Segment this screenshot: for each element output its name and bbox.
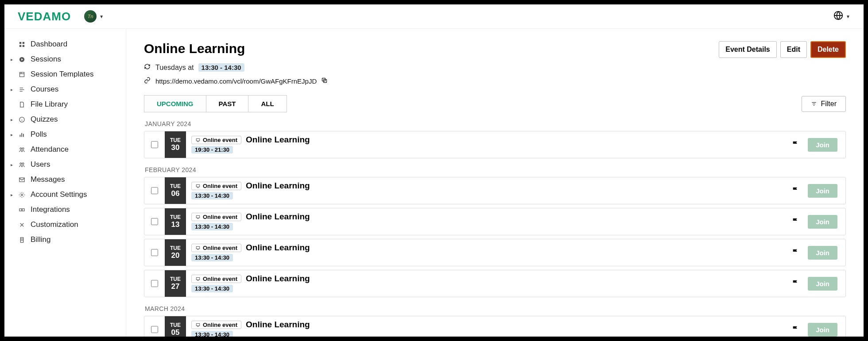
svg-rect-9 [19, 134, 20, 137]
content: Online Learning Event Details Edit Delet… [126, 29, 864, 337]
sidebar-item-attendance[interactable]: Attendance [4, 142, 126, 157]
flag-icon[interactable] [792, 248, 799, 257]
sidebar: Dashboard▸SessionsSession Templates▸Cour… [4, 29, 126, 337]
svg-rect-18 [19, 209, 21, 211]
nav-icon [18, 176, 26, 183]
flag-icon[interactable] [792, 325, 799, 334]
event-checkbox[interactable] [151, 141, 158, 148]
sidebar-item-label: Customization [31, 220, 78, 229]
sidebar-item-dashboard[interactable]: Dashboard [4, 37, 126, 52]
sidebar-item-label: Quizzes [31, 115, 58, 124]
event-row: TUE20Online event13:30 - 14:30Online Lea… [144, 239, 846, 266]
topbar: VEDAMO Tn ▼ ▼ [4, 4, 864, 29]
join-button[interactable]: Join [808, 246, 837, 260]
nav-icon [18, 161, 26, 168]
svg-point-12 [20, 148, 22, 149]
sidebar-item-messages[interactable]: Messages [4, 172, 126, 187]
svg-rect-1 [19, 42, 21, 43]
online-badge: Online event [191, 182, 241, 190]
sidebar-item-courses[interactable]: ▸Courses [4, 82, 126, 97]
sidebar-item-label: Billing [31, 235, 50, 244]
join-button[interactable]: Join [808, 277, 837, 291]
sidebar-item-label: Polls [31, 130, 47, 139]
svg-rect-4 [22, 45, 24, 46]
event-date: TUE20 [165, 239, 186, 266]
user-menu[interactable]: Tn ▼ [84, 10, 104, 23]
sidebar-item-label: Account Settings [31, 190, 87, 199]
nav-icon [18, 207, 26, 213]
event-time: 13:30 - 14:30 [191, 192, 233, 199]
flag-icon[interactable] [792, 217, 799, 226]
svg-rect-11 [23, 134, 24, 137]
sidebar-item-session-templates[interactable]: Session Templates [4, 67, 126, 82]
month-label: MARCH 2024 [145, 305, 846, 312]
filter-icon [811, 101, 817, 107]
svg-rect-25 [196, 246, 200, 249]
flag-icon[interactable] [792, 140, 799, 149]
sidebar-item-label: Sessions [31, 55, 61, 64]
event-checkbox[interactable] [151, 218, 158, 225]
sidebar-item-users[interactable]: ▸Users [4, 157, 126, 172]
nav-icon [18, 116, 26, 123]
language-menu[interactable]: ▼ [833, 11, 850, 22]
copy-icon[interactable] [321, 77, 328, 85]
event-details-button[interactable]: Event Details [719, 41, 776, 58]
avatar: Tn [84, 10, 97, 23]
svg-rect-2 [22, 42, 24, 43]
sidebar-item-sessions[interactable]: ▸Sessions [4, 52, 126, 67]
chevron-right-icon: ▸ [11, 162, 13, 167]
sidebar-item-integrations[interactable]: Integrations [4, 202, 126, 217]
sidebar-item-quizzes[interactable]: ▸Quizzes [4, 112, 126, 127]
event-title: Online Learning [246, 212, 310, 222]
recur-time: 13:30 - 14:30 [198, 63, 244, 72]
nav-icon [18, 192, 26, 198]
tab-upcoming[interactable]: UPCOMING [144, 95, 206, 112]
online-badge: Online event [191, 321, 241, 329]
online-badge: Online event [191, 244, 241, 252]
chevron-right-icon: ▸ [11, 117, 13, 122]
filter-button[interactable]: Filter [802, 96, 846, 112]
join-button[interactable]: Join [808, 215, 837, 229]
sidebar-item-polls[interactable]: ▸Polls [4, 127, 126, 142]
nav-icon [18, 71, 26, 78]
delete-button[interactable]: Delete [810, 41, 846, 58]
sidebar-item-label: Integrations [31, 205, 70, 214]
edit-button[interactable]: Edit [780, 41, 807, 58]
event-time: 13:30 - 14:30 [191, 285, 233, 292]
event-checkbox[interactable] [151, 187, 158, 194]
sidebar-item-account-settings[interactable]: ▸Account Settings [4, 187, 126, 202]
globe-icon [833, 11, 843, 22]
join-button[interactable]: Join [808, 138, 837, 152]
event-time: 13:30 - 14:30 [191, 331, 233, 337]
event-date: TUE13 [165, 208, 186, 235]
link-icon [144, 77, 151, 85]
brand-logo: VEDAMO [18, 10, 71, 23]
room-url: https://demo.vedamo.com/vcl/room/GwAFgKF… [155, 77, 317, 85]
svg-rect-24 [196, 215, 200, 218]
svg-rect-26 [196, 277, 200, 280]
join-button[interactable]: Join [808, 184, 837, 198]
recurring-icon [144, 63, 151, 72]
event-checkbox[interactable] [151, 280, 158, 287]
flag-icon[interactable] [792, 186, 799, 195]
sidebar-item-label: File Library [31, 100, 68, 109]
svg-rect-10 [21, 133, 22, 137]
event-row: TUE06Online event13:30 - 14:30Online Lea… [144, 177, 846, 204]
tab-past[interactable]: PAST [206, 95, 248, 112]
sidebar-item-billing[interactable]: Billing [4, 232, 126, 247]
svg-rect-19 [22, 209, 24, 211]
event-title: Online Learning [246, 274, 310, 284]
event-date: TUE06 [165, 177, 186, 204]
filter-label: Filter [821, 100, 837, 108]
event-checkbox[interactable] [151, 326, 158, 333]
nav-icon [18, 131, 26, 138]
event-checkbox[interactable] [151, 249, 158, 256]
sidebar-item-file-library[interactable]: File Library [4, 97, 126, 112]
event-time: 19:30 - 21:30 [191, 146, 233, 153]
tab-all[interactable]: ALL [248, 95, 287, 112]
sidebar-item-label: Attendance [31, 145, 69, 154]
nav-icon [18, 237, 26, 243]
sidebar-item-customization[interactable]: Customization [4, 217, 126, 232]
join-button[interactable]: Join [808, 323, 837, 337]
flag-icon[interactable] [792, 279, 799, 288]
